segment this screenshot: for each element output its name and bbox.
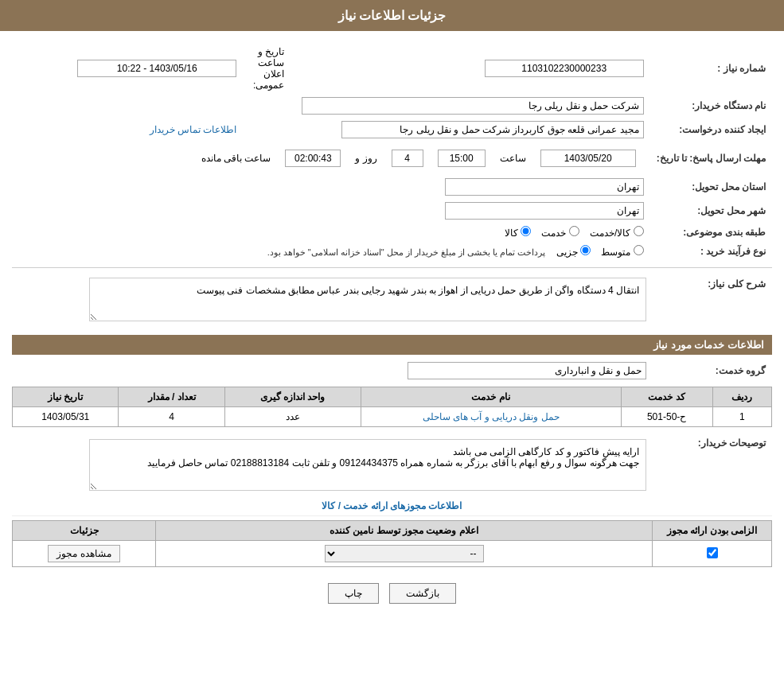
category-goods-service-label: کالا/خدمت <box>587 227 644 239</box>
back-button[interactable]: بازگشت <box>389 583 456 604</box>
permits-table: الزامی بودن ارائه مجوز اعلام وضعیت مجوز … <box>12 520 772 567</box>
perm-status-select[interactable]: -- <box>325 545 484 562</box>
creator-link[interactable]: اطلاعات تماس خریدار <box>150 124 237 135</box>
services-row-1: 1 ح-50-501 حمل ونقل دریایی و آب های ساحل… <box>13 407 772 427</box>
category-service-label: خدمت <box>539 227 579 239</box>
creator-label: ایجاد کننده درخواست: <box>650 118 772 142</box>
category-label: طبقه بندی موضوعی: <box>650 223 772 242</box>
view-permit-button[interactable]: مشاهده مجوز <box>48 545 119 562</box>
purchase-type-label: نوع فرآیند خرید : <box>650 242 772 261</box>
category-service-radio[interactable] <box>569 226 579 236</box>
province-input[interactable] <box>445 178 644 196</box>
permits-header: الزامی بودن ارائه مجوز اعلام وضعیت مجوز … <box>13 521 772 541</box>
purchase-partial-label: جزیی <box>553 247 591 258</box>
deadline-date-input[interactable] <box>540 150 636 167</box>
deadline-inner-row: ساعت روز و <box>195 146 642 170</box>
purchase-partial-radio[interactable] <box>580 245 591 255</box>
svc-date: 1403/05/31 <box>13 407 119 427</box>
perm-required-checkbox[interactable] <box>707 547 718 558</box>
deadline-day-label: روز و <box>355 153 376 164</box>
perm-col-details: جزئیات <box>13 521 156 541</box>
svc-code: ح-50-501 <box>621 407 712 427</box>
service-group-value-cell <box>12 359 653 383</box>
permits-row-1: -- مشاهده مجوز <box>13 541 772 567</box>
announce-value-cell <box>12 43 243 94</box>
need-number-value <box>291 43 649 94</box>
deadline-time-label: ساعت <box>500 153 526 164</box>
deadline-days-cell <box>385 146 430 170</box>
service-group-label: گروه خدمت: <box>653 359 772 383</box>
description-row: شرح کلی نیاز: <box>12 274 772 327</box>
province-row: استان محل تحویل: <box>12 175 772 199</box>
province-value-cell <box>12 175 650 199</box>
header-title: جزئیات اطلاعات نیاز <box>338 9 447 22</box>
perm-status-cell: -- <box>156 541 653 567</box>
deadline-remaining-cell <box>279 146 347 170</box>
svc-unit: عدد <box>224 407 361 427</box>
category-options-cell: کالا/خدمت خدمت کالا <box>12 223 650 242</box>
deadline-day-label-cell: روز و <box>349 146 383 170</box>
service-group-table: گروه خدمت: <box>12 359 772 383</box>
perm-col-status: اعلام وضعیت مجوز توسط نامین کننده <box>156 521 653 541</box>
purchase-medium-label: متوسط <box>599 247 644 258</box>
purchase-medium-radio[interactable] <box>634 245 644 255</box>
need-number-row: شماره نیاز : تاریخ و ساعت اعلان عمومی: <box>12 43 772 94</box>
city-input[interactable] <box>445 202 644 220</box>
creator-value-cell <box>243 118 649 142</box>
buyer-notes-label: توصیحات خریدار: <box>653 434 772 496</box>
basic-info-table: شماره نیاز : تاریخ و ساعت اعلان عمومی: ن… <box>12 43 772 261</box>
buyer-notes-table: توصیحات خریدار: <box>12 434 772 496</box>
announce-label-cell: تاریخ و ساعت اعلان عمومی: <box>243 43 291 94</box>
category-goods-service-text: کالا/خدمت <box>590 227 630 239</box>
category-goods-label: کالا <box>505 227 531 239</box>
deadline-remaining-label-cell: ساعت باقی مانده <box>195 146 278 170</box>
creator-input[interactable] <box>341 121 644 138</box>
col-name: نام خدمت <box>361 387 621 407</box>
deadline-inner-table: ساعت روز و <box>193 145 644 172</box>
purchase-type-options-cell: متوسط جزیی پرداخت تمام یا بخشی از مبلغ خ… <box>12 242 650 261</box>
announce-value-input[interactable] <box>77 60 236 77</box>
deadline-label: مهلت ارسال پاسخ: تا تاریخ: <box>650 142 772 175</box>
deadline-date-cell <box>534 146 642 170</box>
deadline-remaining-label: ساعت باقی مانده <box>201 153 271 164</box>
print-button[interactable]: چاپ <box>328 583 379 604</box>
svc-qty: 4 <box>119 407 224 427</box>
deadline-days-input[interactable] <box>392 150 423 167</box>
buyer-notes-textarea[interactable] <box>89 439 646 491</box>
city-label: شهر محل تحویل: <box>650 199 772 223</box>
deadline-row: مهلت ارسال پاسخ: تا تاریخ: ساعت <box>12 142 772 175</box>
description-table: شرح کلی نیاز: <box>12 274 772 327</box>
category-goods-radio[interactable] <box>521 226 531 236</box>
buyer-name-row: نام دستگاه خریدار: <box>12 94 772 118</box>
purchase-type-note: پرداخت تمام یا بخشی از مبلغ خریدار از مح… <box>267 247 546 257</box>
col-unit: واحد اندازه گیری <box>224 387 361 407</box>
buyer-notes-row: توصیحات خریدار: <box>12 434 772 496</box>
creator-row: ایجاد کننده درخواست: اطلاعات تماس خریدار <box>12 118 772 142</box>
deadline-time-input[interactable] <box>438 150 486 167</box>
page-header: جزئیات اطلاعات نیاز <box>0 0 784 31</box>
col-row: ردیف <box>712 387 771 407</box>
perm-details-cell: مشاهده مجوز <box>13 541 156 567</box>
description-textarea[interactable] <box>89 278 646 321</box>
buyer-name-input[interactable] <box>302 97 644 115</box>
deadline-time-label-cell: ساعت <box>493 146 532 170</box>
svc-name: حمل ونقل دریایی و آب های ساحلی <box>361 407 621 427</box>
deadline-remaining-input[interactable] <box>285 150 341 167</box>
category-goods-service-radio[interactable] <box>634 226 644 236</box>
main-content: شماره نیاز : تاریخ و ساعت اعلان عمومی: ن… <box>0 39 784 608</box>
service-group-row: گروه خدمت: <box>12 359 772 383</box>
need-number-label: شماره نیاز : <box>650 43 772 94</box>
page-wrapper: جزئیات اطلاعات نیاز شماره نیاز : تاریخ و… <box>0 0 784 696</box>
city-row: شهر محل تحویل: <box>12 199 772 223</box>
service-group-input[interactable] <box>408 362 646 379</box>
buyer-notes-value-cell <box>12 434 653 496</box>
svc-row-num: 1 <box>712 407 771 427</box>
need-number-input[interactable] <box>485 60 644 77</box>
creator-link-cell: اطلاعات تماس خریدار <box>12 118 243 142</box>
col-qty: تعداد / مقدار <box>119 387 224 407</box>
bottom-buttons: بازگشت چاپ <box>12 583 772 604</box>
divider-1 <box>12 267 772 268</box>
col-date: تاریخ نیاز <box>13 387 119 407</box>
province-label: استان محل تحویل: <box>650 175 772 199</box>
services-section-title: اطلاعات خدمات مورد نیاز <box>12 335 772 355</box>
